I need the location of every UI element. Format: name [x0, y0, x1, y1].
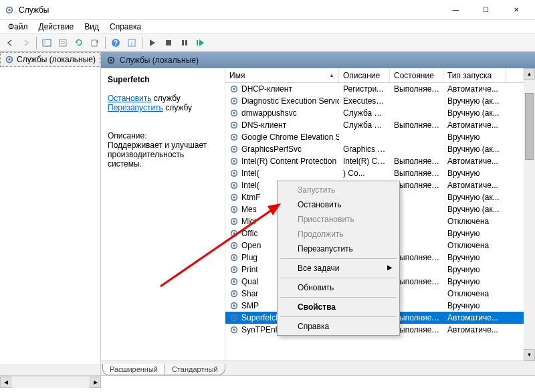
svg-point-23 — [233, 100, 235, 102]
tree-hscroll[interactable]: ◀ ▶ — [0, 376, 101, 387]
gear-icon — [229, 217, 239, 226]
svg-point-19 — [110, 59, 112, 62]
scroll-down-icon[interactable]: ▼ — [524, 349, 535, 361]
show-hide-tree-button[interactable] — [39, 35, 54, 50]
pause-service-button[interactable] — [177, 35, 192, 50]
service-row[interactable]: Intel(R) Content Protection ...Intel(R) … — [225, 155, 535, 167]
service-row[interactable]: DNS-клиентСлужба D...ВыполняетсяАвтомати… — [225, 119, 535, 131]
service-state: Выполняется — [390, 168, 443, 179]
stop-service-link[interactable]: Остановить — [108, 94, 152, 103]
service-row[interactable]: GraphicsPerfSvcGraphics p...Вручную (ак.… — [225, 143, 535, 155]
view-tabs: Расширенный Стандартный — [101, 361, 535, 375]
svg-point-1 — [8, 9, 11, 11]
service-state — [390, 100, 443, 102]
scroll-up-icon[interactable]: ▲ — [524, 68, 535, 80]
svg-point-21 — [233, 88, 235, 90]
list-vscroll[interactable]: ▲ ▼ — [524, 68, 535, 361]
svg-point-41 — [233, 208, 235, 211]
stop-service-button[interactable] — [161, 35, 176, 50]
tab-standard[interactable]: Стандартный — [165, 364, 225, 375]
service-name: Plug — [241, 253, 257, 262]
service-row[interactable]: Diagnostic Execution ServiceExecutes di.… — [225, 95, 535, 107]
restart-service-button[interactable] — [193, 35, 208, 50]
export-button[interactable] — [88, 35, 102, 50]
close-button[interactable]: ✕ — [501, 1, 531, 19]
service-desc: Graphics p... — [339, 144, 390, 155]
gear-icon — [229, 241, 239, 250]
context-separator — [280, 278, 397, 278]
forward-button[interactable] — [19, 35, 33, 50]
help-button[interactable]: ? — [108, 35, 123, 50]
header-band-title: Службы (локальные) — [120, 56, 199, 65]
service-startup: Автоматиче... — [443, 156, 506, 167]
context-item[interactable]: Все задачи▶ — [279, 261, 398, 276]
start-service-button[interactable] — [145, 35, 160, 50]
service-startup: Автоматиче... — [443, 120, 506, 130]
gear-icon — [229, 289, 239, 298]
context-item[interactable]: Остановить — [279, 197, 398, 212]
restart-service-line: Перезапустить службу — [108, 103, 219, 112]
service-name: DHCP-клиент — [241, 84, 292, 94]
column-description[interactable]: Описание — [339, 68, 390, 82]
service-desc: Intel(R) Co... — [339, 156, 390, 167]
service-name: SMP — [241, 301, 259, 310]
service-row[interactable]: DHCP-клиентРегистри...ВыполняетсяАвтомат… — [225, 83, 535, 95]
tab-extended[interactable]: Расширенный — [102, 364, 165, 375]
help2-button[interactable]: i — [124, 35, 139, 50]
restart-service-link[interactable]: Перезапустить — [108, 103, 163, 112]
svg-text:i: i — [131, 40, 132, 47]
gear-icon — [229, 108, 239, 118]
svg-rect-12 — [166, 40, 171, 45]
service-name: Intel( — [241, 169, 259, 178]
service-name: GraphicsPerfSvc — [241, 144, 302, 154]
tree-vscroll[interactable] — [0, 364, 100, 375]
column-startup[interactable]: Тип запуска — [443, 68, 506, 82]
menu-view[interactable]: Вид — [79, 21, 104, 33]
context-item: Продолжить — [279, 227, 398, 241]
menu-action[interactable]: Действие — [33, 21, 80, 33]
service-name: Mes — [241, 205, 257, 214]
service-desc: ) Co... — [339, 168, 390, 179]
menu-help[interactable]: Справка — [104, 21, 146, 33]
context-item[interactable]: Свойства — [279, 300, 398, 314]
service-row[interactable]: Google Chrome Elevation S...Вручную — [225, 131, 535, 143]
service-startup: Отключена — [443, 288, 506, 299]
description-text: Поддерживает и улучшает производительнос… — [108, 140, 219, 169]
minimize-button[interactable]: — — [441, 1, 471, 19]
service-startup: Вручную (ак... — [443, 108, 506, 118]
service-startup: Вручную — [443, 228, 506, 239]
column-state[interactable]: Состояние — [390, 68, 443, 82]
service-desc: Регистри... — [339, 84, 390, 94]
tree-root-services[interactable]: Службы (локальные) — [0, 52, 100, 67]
gear-icon — [229, 325, 239, 334]
services-app-icon — [4, 5, 15, 15]
svg-point-55 — [233, 292, 235, 295]
context-item[interactable]: Справка — [279, 319, 398, 334]
scroll-left-icon[interactable]: ◀ — [0, 377, 11, 388]
service-state: Выполняется — [390, 120, 443, 130]
menu-file[interactable]: Файл — [3, 21, 33, 33]
svg-rect-15 — [197, 40, 198, 45]
context-item[interactable]: Перезапустить — [279, 241, 398, 256]
back-button[interactable] — [3, 35, 17, 50]
gear-icon — [229, 181, 239, 190]
svg-point-37 — [233, 184, 235, 187]
gear-icon — [229, 157, 239, 166]
service-desc — [339, 136, 390, 138]
description-label: Описание: — [108, 131, 219, 140]
service-row[interactable]: Intel() Co...ВыполняетсяВручную — [225, 167, 535, 179]
scroll-right-icon[interactable]: ▶ — [90, 377, 101, 388]
maximize-button[interactable]: ☐ — [471, 1, 501, 19]
refresh-button[interactable] — [72, 35, 86, 50]
service-name: Offic — [241, 229, 257, 238]
gear-icon — [229, 313, 239, 322]
properties-button[interactable] — [56, 35, 70, 50]
scroll-thumb[interactable] — [525, 93, 534, 160]
service-startup: Вручную — [443, 252, 506, 263]
column-name[interactable]: Имя▲ — [225, 68, 339, 82]
service-row[interactable]: dmwappushsvcСлужба м...Вручную (ак... — [225, 107, 535, 119]
service-desc: Executes di... — [339, 96, 390, 106]
context-item[interactable]: Обновить — [279, 280, 398, 295]
service-state — [390, 149, 443, 150]
service-desc: Служба м... — [339, 108, 390, 118]
